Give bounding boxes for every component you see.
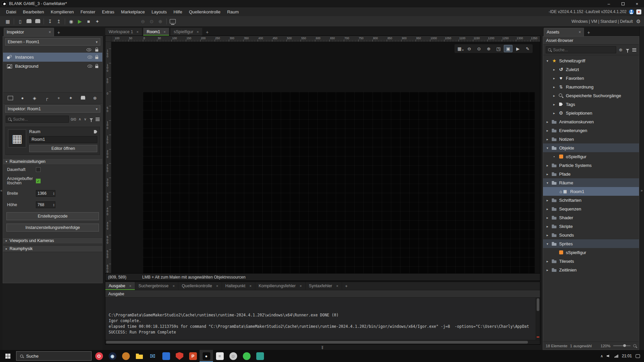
height-stepper[interactable]: ▴▾ bbox=[36, 201, 55, 208]
zoom-in-icon[interactable]: ⊕ bbox=[484, 45, 493, 52]
workspace-tab[interactable]: sSpielfigur × bbox=[170, 27, 203, 36]
asset-layer-icon[interactable]: ● bbox=[18, 94, 27, 102]
separator[interactable] bbox=[14, 18, 14, 24]
search-next-icon[interactable]: ∨ bbox=[84, 117, 87, 121]
volume-icon[interactable] bbox=[607, 354, 611, 358]
section-room-settings[interactable]: ▾ Raumeinstellungen bbox=[3, 158, 102, 165]
workspace-tab[interactable]: Workspace 1 × bbox=[105, 27, 142, 36]
preview-toggle-icon[interactable]: ▣ bbox=[504, 45, 513, 52]
expander-icon[interactable]: ▸ bbox=[545, 216, 549, 220]
spinner-icons[interactable]: ▴▾ bbox=[53, 203, 55, 206]
close-icon[interactable]: × bbox=[137, 30, 139, 34]
asset-tree-item[interactable]: ▸ Zeitlinien bbox=[543, 265, 639, 274]
expander-icon[interactable]: ▸ bbox=[545, 198, 549, 202]
expander-icon[interactable]: ▸ bbox=[552, 68, 556, 71]
expander-icon[interactable]: ▸ bbox=[545, 207, 549, 211]
expander-icon[interactable]: ▸ bbox=[545, 268, 549, 272]
search-input[interactable] bbox=[13, 117, 66, 122]
powerpoint-icon[interactable]: P bbox=[186, 350, 200, 362]
amber-app-icon[interactable] bbox=[119, 350, 132, 362]
instance-layer-icon[interactable]: + bbox=[54, 94, 63, 102]
expander-icon[interactable]: • bbox=[552, 155, 556, 159]
menu-item[interactable]: Bearbeiten bbox=[19, 8, 47, 16]
antivirus-icon[interactable] bbox=[173, 350, 186, 362]
expander-icon[interactable]: ▾ bbox=[545, 181, 549, 185]
expander-icon[interactable]: ▸ bbox=[545, 137, 549, 141]
asset-tree-item[interactable]: ▸ Tilesets bbox=[543, 257, 639, 265]
zoom-in-icon[interactable]: ⊕ bbox=[156, 17, 165, 25]
output-console[interactable]: C:\ProgramData\GameMakerStudio2\Cache\ru… bbox=[105, 298, 540, 340]
menu-item[interactable]: Datei bbox=[3, 8, 19, 16]
expander-icon[interactable]: ▸ bbox=[545, 172, 549, 176]
gamemaker-icon[interactable]: ● bbox=[200, 350, 213, 362]
minimize-button[interactable]: – bbox=[602, 0, 616, 7]
asset-tree-item[interactable]: ▾ Schnellzugriff bbox=[543, 56, 639, 65]
collapse-left-icon[interactable]: « bbox=[0, 188, 2, 192]
menu-item[interactable]: Layouts bbox=[148, 8, 170, 16]
chat-app-icon[interactable] bbox=[240, 350, 253, 362]
close-icon[interactable]: × bbox=[216, 284, 218, 288]
network-icon[interactable] bbox=[614, 354, 618, 358]
asset-tree-item[interactable]: ▸ Notizen bbox=[543, 135, 639, 143]
lock-icon[interactable] bbox=[95, 57, 98, 59]
tile-layer-icon[interactable]: ◈ bbox=[30, 94, 39, 102]
asset-tree-item[interactable]: ▸ Pfade bbox=[543, 170, 639, 178]
tray-expand-icon[interactable]: ∧ bbox=[600, 354, 603, 358]
asset-tree-item[interactable]: ▸ Spieloptionen bbox=[543, 109, 639, 117]
close-icon[interactable]: × bbox=[172, 284, 174, 288]
expander-icon[interactable]: ▸ bbox=[552, 94, 556, 98]
add-asset-icon[interactable]: ⊕ bbox=[619, 47, 623, 52]
expander-icon[interactable]: ▾ bbox=[545, 146, 549, 150]
asset-tree-item[interactable]: ▸ Tags bbox=[543, 100, 639, 109]
output-tab[interactable]: Syntaxfehler × bbox=[306, 282, 342, 290]
title-bar[interactable]: BLANK GAME_3 - GameMaker* – × bbox=[0, 0, 644, 7]
hamburger-menu-icon[interactable] bbox=[96, 118, 100, 118]
path-layer-icon[interactable]: ┌ bbox=[42, 94, 51, 102]
output-tab[interactable]: Suchergebnisse × bbox=[135, 282, 178, 290]
lock-column-icon[interactable] bbox=[95, 49, 98, 52]
asset-tree-item[interactable]: ▸ Erweiterungen bbox=[543, 126, 639, 135]
explorer-icon[interactable] bbox=[132, 350, 146, 362]
expander-icon[interactable]: ▸ bbox=[545, 225, 549, 228]
zoom-out-icon[interactable]: ⊖ bbox=[139, 17, 147, 25]
asset-tree-item[interactable]: ▸ Particle Systems bbox=[543, 161, 639, 170]
asset-tree-item[interactable]: ▸ Skripte bbox=[543, 222, 639, 231]
add-workspace-button[interactable]: + bbox=[203, 29, 211, 36]
scrollbar-thumb[interactable] bbox=[106, 341, 528, 344]
workspace-tab[interactable]: Room1 × bbox=[143, 27, 169, 36]
settings-gear-icon[interactable]: ⚙ bbox=[636, 18, 641, 24]
separator[interactable] bbox=[44, 18, 44, 24]
asset-tree-item[interactable]: sSpielfigur bbox=[543, 248, 639, 257]
effect-layer-icon[interactable]: ✦ bbox=[66, 94, 75, 102]
zoom-slider[interactable] bbox=[613, 345, 631, 346]
photos-icon[interactable] bbox=[159, 350, 173, 362]
expander-icon[interactable]: ▸ bbox=[545, 259, 549, 263]
asset-tree-item[interactable]: • oSpielfigur bbox=[543, 152, 639, 161]
room-canvas[interactable]: ▦ ⊖ ⊙ ⊕ ◳ ▣ ▶ bbox=[111, 42, 540, 273]
menu-item[interactable]: Kompilieren bbox=[47, 8, 77, 16]
remove-layer-icon[interactable]: ⊗ bbox=[90, 94, 100, 102]
mail-icon[interactable]: ✉ bbox=[146, 350, 159, 362]
asset-tree-item[interactable]: ▸ Sounds bbox=[543, 231, 639, 239]
start-button[interactable] bbox=[0, 350, 15, 362]
target-platform-text[interactable]: Windows | VM | Standard | Default bbox=[572, 19, 633, 24]
asset-tree-item[interactable]: ▸ Schriftarten bbox=[543, 196, 639, 204]
add-tab-button[interactable]: + bbox=[585, 30, 592, 36]
collapse-right-icon[interactable]: » bbox=[641, 188, 643, 192]
save-icon[interactable]: ↧ bbox=[46, 17, 54, 25]
asset-tree-item[interactable]: ▸ Gespeicherte Suchvorgänge bbox=[543, 91, 639, 100]
tab-inspektor[interactable]: Inspektor × bbox=[4, 28, 54, 36]
asset-tree-item[interactable]: ▸ Animationskurven bbox=[543, 117, 639, 126]
asset-search-input[interactable] bbox=[553, 48, 614, 52]
layers-dropdown[interactable]: Ebenen - Room1 ▾ bbox=[5, 38, 100, 46]
width-stepper[interactable]: ▴▾ bbox=[36, 190, 55, 197]
close-icon[interactable]: × bbox=[336, 284, 338, 288]
close-icon[interactable]: × bbox=[163, 30, 165, 34]
close-icon[interactable]: × bbox=[129, 284, 131, 288]
asset-tree-item[interactable]: ▸ Shader bbox=[543, 213, 639, 222]
expander-icon[interactable]: ▸ bbox=[545, 120, 549, 124]
steam-icon[interactable]: ◉ bbox=[106, 350, 119, 362]
close-icon[interactable]: × bbox=[300, 284, 302, 288]
notification-center-icon[interactable] bbox=[636, 354, 640, 358]
room-grid[interactable] bbox=[143, 92, 535, 273]
